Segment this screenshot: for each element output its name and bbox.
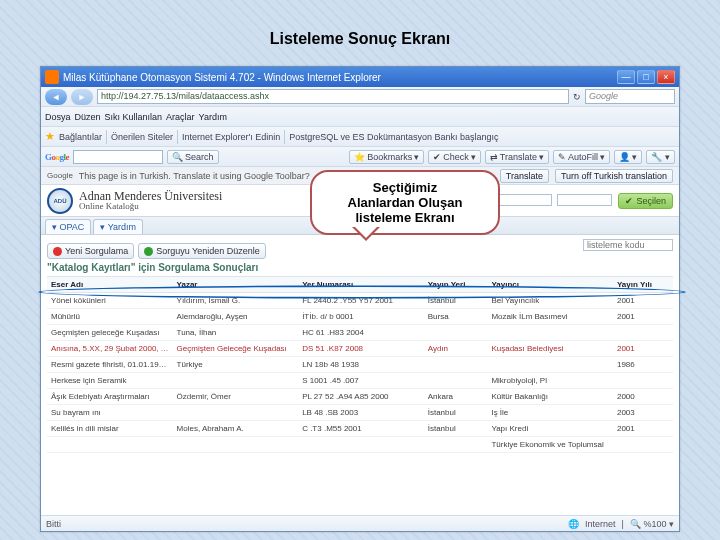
cell-eser: Yönel kökünleri	[47, 293, 173, 309]
cell-eser: Anısına, 5.XX, 29 Şubat 2000, Aydın	[47, 341, 173, 357]
site-title: Adnan Menderes Üniversitesi Online Katal…	[79, 190, 222, 211]
forward-button[interactable]: ►	[71, 89, 93, 105]
google-logo-small: Google	[47, 171, 73, 180]
col-yer[interactable]: Yer Numarası	[298, 277, 424, 293]
listcode-input[interactable]	[583, 239, 673, 251]
cell-yer: S 1001 .45 .007	[298, 373, 424, 389]
cell-yer: LB 48 .SB 2003	[298, 405, 424, 421]
new-query-button[interactable]: Yeni Sorgulama	[47, 243, 134, 259]
cell-yayin_yeri: İstanbul	[424, 421, 488, 437]
table-row[interactable]: Herkese için SeramikS 1001 .45 .007Mikro…	[47, 373, 673, 389]
address-bar[interactable]: http://194.27.75.13/milas/dataaccess.ash…	[97, 89, 569, 104]
fav-suggested[interactable]: Önerilen Siteler	[111, 132, 173, 142]
cell-yer: DS 51 .K87 2008	[298, 341, 424, 357]
cell-yayin_yeri: İstanbul	[424, 405, 488, 421]
cell-yayinci: Mikrobiyoloji, Pl	[487, 373, 613, 389]
minimize-button[interactable]: —	[617, 70, 635, 84]
bookmarks-button[interactable]: ⭐ Bookmarks ▾	[349, 150, 424, 164]
refresh-icon[interactable]: ↻	[573, 92, 581, 102]
google-toolbar: Google 🔍 Search ⭐ Bookmarks ▾ ✔ Check ▾ …	[41, 147, 679, 167]
col-yil[interactable]: Yayın Yılı	[613, 277, 673, 293]
cell-yayinci: Kültür Bakanlığı	[487, 389, 613, 405]
col-eser[interactable]: Eser Adı	[47, 277, 173, 293]
table-row[interactable]: Su bayram ınıLB 48 .SB 2003İstanbulIş İl…	[47, 405, 673, 421]
menu-edit[interactable]: Düzen	[75, 112, 101, 122]
fav-getie[interactable]: Internet Explorer'ı Edinin	[182, 132, 280, 142]
table-row[interactable]: Geçmişten geleceğe KuşadasıTuna, İlhanHC…	[47, 325, 673, 341]
tab-help[interactable]: ▾ Yardım	[93, 219, 143, 234]
cell-yazar	[173, 437, 299, 453]
table-row[interactable]: Anısına, 5.XX, 29 Şubat 2000, AydınGeçmi…	[47, 341, 673, 357]
maximize-button[interactable]: □	[637, 70, 655, 84]
fav-links[interactable]: Bağlantılar	[59, 132, 102, 142]
cell-yazar: Moles, Abraham A.	[173, 421, 299, 437]
login-password-input[interactable]	[557, 194, 612, 206]
table-header-row: Eser Adı Yazar Yer Numarası Yayın Yeri Y…	[47, 277, 673, 293]
table-row[interactable]: MühürlüAlemdaroğlu, AyşenİTİb. d/ b 0001…	[47, 309, 673, 325]
col-yayin-yeri[interactable]: Yayın Yeri	[424, 277, 488, 293]
translate-off-action[interactable]: Turn off Turkish translation	[555, 169, 673, 183]
cell-yazar: Alemdaroğlu, Ayşen	[173, 309, 299, 325]
toolbar-wrench[interactable]: 🔧 ▾	[646, 150, 675, 164]
translate-msg: This page is in Turkish. Translate it us…	[79, 171, 310, 181]
status-zoom[interactable]: 🔍 %100 ▾	[630, 519, 674, 529]
cell-yayinci: Bel Yayıncılık	[487, 293, 613, 309]
menu-help[interactable]: Yardım	[199, 112, 227, 122]
table-row[interactable]: Türkiye Ekonomik ve Toplumsal	[47, 437, 673, 453]
browser-search-box[interactable]: Google	[585, 89, 675, 104]
cell-yayin_yeri	[424, 357, 488, 373]
cell-eser: Herkese için Seramik	[47, 373, 173, 389]
status-zone: Internet	[585, 519, 616, 529]
cell-yayinci	[487, 325, 613, 341]
menu-file[interactable]: Dosya	[45, 112, 71, 122]
edit-query-button[interactable]: Sorguyu Yeniden Düzenle	[138, 243, 266, 259]
window-title: Milas Kütüphane Otomasyon Sistemi 4.702 …	[63, 72, 381, 83]
login-selected-button[interactable]: ✔ Seçilen	[618, 193, 673, 209]
cell-yer: C .T3 .M55 2001	[298, 421, 424, 437]
university-logo: ADÜ	[47, 188, 73, 214]
menu-view[interactable]: Sıkı Kullanılan	[105, 112, 163, 122]
cell-yil	[613, 373, 673, 389]
login-username-input[interactable]	[497, 194, 552, 206]
table-row[interactable]: Âşık Edebiyatı AraştırmalarıÖzdemir, Öme…	[47, 389, 673, 405]
autofill-button[interactable]: ✎ AutoFill ▾	[553, 150, 610, 164]
cell-yil	[613, 325, 673, 341]
toolbar-sign-in[interactable]: 👤 ▾	[614, 150, 643, 164]
cell-yil	[613, 437, 673, 453]
cell-yil: 2001	[613, 309, 673, 325]
cell-yayinci: Iş İle	[487, 405, 613, 421]
translate-button[interactable]: ⇄ Translate ▾	[485, 150, 549, 164]
results-title: "Katalog Kayıtları" için Sorgulama Sonuç…	[47, 262, 673, 273]
cell-yil: 1986	[613, 357, 673, 373]
cell-yazar: Tuna, İlhan	[173, 325, 299, 341]
table-row[interactable]: Kelilés in dili mislarMoles, Abraham A.C…	[47, 421, 673, 437]
col-yazar[interactable]: Yazar	[173, 277, 299, 293]
tab-opac[interactable]: ▾ OPAC	[45, 219, 91, 234]
browser-window: Milas Kütüphane Otomasyon Sistemi 4.702 …	[40, 66, 680, 532]
table-row[interactable]: Yönel kökünleriYıldırım, İsmail G.FL 244…	[47, 293, 673, 309]
cell-yer: İTİb. d/ b 0001	[298, 309, 424, 325]
cell-eser	[47, 437, 173, 453]
content-area: Yeni Sorgulama Sorguyu Yeniden Düzenle "…	[41, 235, 679, 515]
back-button[interactable]: ◄	[45, 89, 67, 105]
col-yayinci[interactable]: Yayıncı	[487, 277, 613, 293]
google-search-button[interactable]: 🔍 Search	[167, 150, 219, 164]
cell-yer: PL 27 52 .A94 A85 2000	[298, 389, 424, 405]
close-button[interactable]: ×	[657, 70, 675, 84]
cell-yil: 2001	[613, 293, 673, 309]
cell-yazar	[173, 373, 299, 389]
table-row[interactable]: Resmi gazete fihristi, 01.01.1997-30.06.…	[47, 357, 673, 373]
results-table: Eser Adı Yazar Yer Numarası Yayın Yeri Y…	[47, 276, 673, 453]
fav-more[interactable]: PostgreSQL ve ES Dokümantasyon Bankı baş…	[289, 132, 498, 142]
cell-eser: Resmi gazete fihristi, 01.01.1997-30.06.…	[47, 357, 173, 373]
cell-yayinci	[487, 357, 613, 373]
cell-yer	[298, 437, 424, 453]
cell-eser: Kelilés in dili mislar	[47, 421, 173, 437]
check-button[interactable]: ✔ Check ▾	[428, 150, 481, 164]
menu-tools[interactable]: Araçlar	[166, 112, 195, 122]
cell-yayin_yeri: Aydın	[424, 341, 488, 357]
app-icon	[45, 70, 59, 84]
favorites-icon[interactable]: ★	[45, 130, 55, 143]
google-search-input[interactable]	[73, 150, 163, 164]
translate-action[interactable]: Translate	[500, 169, 549, 183]
